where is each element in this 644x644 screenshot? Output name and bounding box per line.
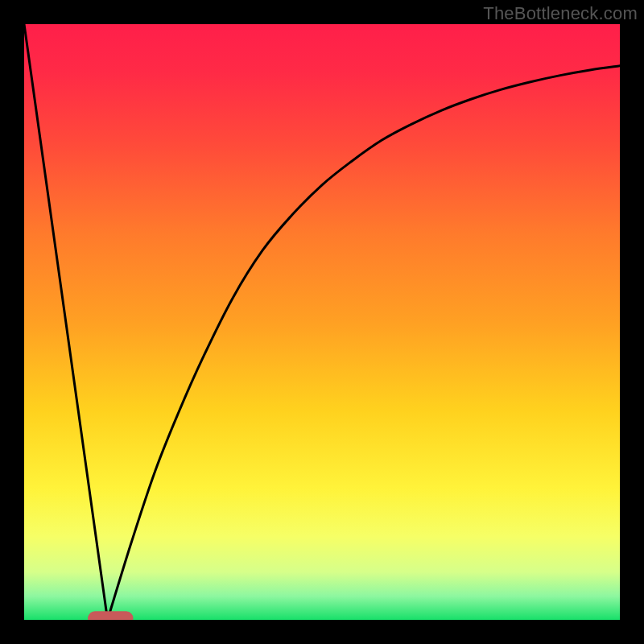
- watermark-text: TheBottleneck.com: [483, 3, 638, 24]
- plot-area: [24, 24, 620, 620]
- series-left-segment: [24, 24, 108, 620]
- curve-layer: [24, 24, 620, 620]
- chart-frame: TheBottleneck.com: [0, 0, 644, 644]
- series-right-curve: [108, 66, 620, 620]
- optimum-marker: [89, 612, 134, 620]
